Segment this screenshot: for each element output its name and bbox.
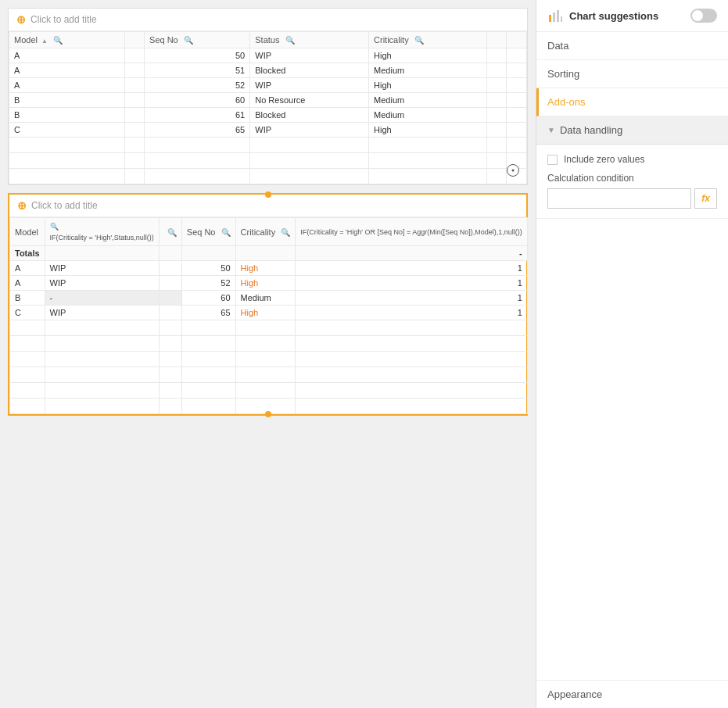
col-extra1: [486, 32, 507, 48]
bcell-col3: [159, 291, 181, 306]
bcell-model: A: [10, 261, 45, 276]
sidebar-title: Chart suggestions: [569, 10, 658, 22]
bcell-criticality: High: [235, 261, 296, 276]
sort-asc-icon[interactable]: ▲: [41, 38, 48, 45]
bcell-formula1: -: [45, 291, 159, 306]
cell-model: A: [9, 78, 125, 93]
bcol-seq-no: Seq No 🔍: [181, 218, 235, 246]
criticality-search-icon[interactable]: 🔍: [414, 36, 424, 45]
col-extra2: [507, 32, 527, 48]
cell-criticality: Medium: [369, 93, 487, 108]
nav-item-data[interactable]: Data: [536, 32, 728, 60]
include-zero-checkbox[interactable]: [547, 155, 558, 165]
nav-item-sorting[interactable]: Sorting: [536, 60, 728, 88]
bcol-col3: 🔍: [159, 218, 181, 246]
cell-extra2: [507, 93, 527, 108]
table-row: [10, 320, 528, 336]
table-row: A 51 Blocked Medium: [9, 63, 527, 78]
nav-addons-label: Add-ons: [547, 96, 585, 108]
svg-rect-3: [557, 10, 559, 22]
bcol-formula2-label: IF(Criticality = 'High' OR [Seq No] = Ag…: [300, 228, 522, 236]
model-search-icon[interactable]: 🔍: [53, 36, 63, 45]
main-content: ⊕ Click to add title Model ▲ 🔍 Seq No 🔍: [0, 0, 536, 708]
cell-extra1: [486, 48, 507, 63]
totals-seq-no: [181, 246, 235, 261]
svg-point-0: [512, 170, 515, 172]
top-table: Model ▲ 🔍 Seq No 🔍 Status 🔍 Critical: [9, 31, 527, 184]
add-title-icon: ⊕: [16, 13, 26, 26]
sidebar-header-left: Chart suggestions: [547, 8, 658, 23]
calc-condition-input[interactable]: [547, 188, 691, 209]
cell-empty: [124, 48, 145, 63]
cell-empty: [124, 123, 145, 138]
table-row: B 61 Blocked Medium: [9, 108, 527, 123]
top-table-title-bar[interactable]: ⊕ Click to add title: [9, 9, 527, 31]
cell-empty: [124, 93, 145, 108]
totals-label: Totals: [10, 246, 45, 261]
nav-item-addons[interactable]: Add-ons: [536, 88, 728, 116]
col3-search-icon[interactable]: 🔍: [167, 228, 177, 237]
cell-empty: [124, 63, 145, 78]
bcell-formula1: WIP: [45, 276, 159, 291]
table-row: A WIP 50 High 1: [10, 261, 528, 276]
table-row: [9, 153, 527, 169]
cell-status: Blocked: [250, 63, 369, 78]
chevron-down-icon: ▼: [547, 126, 555, 134]
resize-handle[interactable]: [507, 164, 519, 177]
bcell-formula2: 1: [296, 261, 528, 276]
chart-suggestions-icon: [547, 8, 563, 23]
bcol-criticality: Criticality 🔍: [235, 218, 296, 246]
totals-formula1: [45, 246, 159, 261]
sidebar-spacer: [536, 219, 728, 680]
cell-extra1: [486, 123, 507, 138]
nav-data-label: Data: [547, 40, 568, 52]
bcell-formula2: 1: [296, 306, 528, 320]
cell-empty: [124, 78, 145, 93]
cell-seq-no: 65: [145, 123, 250, 138]
seqno-search-icon[interactable]: 🔍: [184, 36, 193, 45]
appearance-item[interactable]: Appearance: [536, 680, 728, 708]
totals-row: Totals -: [10, 246, 528, 261]
bottom-table-title-bar[interactable]: ⊕ Click to add title: [9, 195, 526, 217]
bseqno-search-icon[interactable]: 🔍: [221, 228, 231, 237]
table-row: A 52 WIP High: [9, 78, 527, 93]
fx-button[interactable]: fx: [694, 188, 717, 209]
include-zero-label: Include zero values: [564, 154, 644, 165]
col-seq-no: Seq No 🔍: [145, 32, 250, 48]
sidebar-header: Chart suggestions: [536, 0, 728, 32]
bcell-formula2: 1: [296, 291, 528, 306]
table-row: C 65 WIP High: [9, 123, 527, 138]
status-search-icon[interactable]: 🔍: [285, 36, 295, 45]
formula1-search-icon[interactable]: 🔍: [50, 223, 59, 231]
col-criticality: Criticality 🔍: [369, 32, 487, 48]
bcell-col3: [159, 261, 181, 276]
svg-rect-4: [561, 16, 562, 22]
col-status: Status 🔍: [250, 32, 369, 48]
cell-criticality: Medium: [369, 108, 487, 123]
orange-dot-top: [265, 191, 271, 198]
cell-criticality: High: [369, 123, 487, 138]
cell-seq-no: 52: [145, 78, 250, 93]
col-model-label: Model: [14, 35, 38, 45]
bottom-table-header-row: Model 🔍 IF(Criticality = 'High',Status,n…: [10, 218, 528, 246]
bcell-criticality: Medium: [235, 291, 296, 306]
fx-label: fx: [701, 193, 710, 204]
table-row: C WIP 65 High 1: [10, 306, 528, 320]
bcell-model: A: [10, 276, 45, 291]
cell-criticality: Medium: [369, 63, 487, 78]
bottom-table-title: Click to add title: [31, 200, 98, 211]
cell-status: WIP: [250, 48, 369, 63]
chart-suggestions-toggle[interactable]: [690, 9, 717, 23]
bcriticality-search-icon[interactable]: 🔍: [281, 228, 290, 237]
bcell-seq-no: 50: [181, 261, 235, 276]
bcell-col3: [159, 306, 181, 320]
bcell-seq-no: 52: [181, 276, 235, 291]
cell-extra1: [486, 63, 507, 78]
table-row: A WIP 52 High 1: [10, 276, 528, 291]
data-handling-section-header[interactable]: ▼ Data handling: [536, 116, 728, 145]
table-row: [10, 383, 528, 399]
cell-status: WIP: [250, 123, 369, 138]
bcell-criticality: High: [235, 306, 296, 320]
bcol-criticality-label: Criticality: [241, 227, 276, 237]
bottom-table: Model 🔍 IF(Criticality = 'High',Status,n…: [9, 217, 528, 414]
